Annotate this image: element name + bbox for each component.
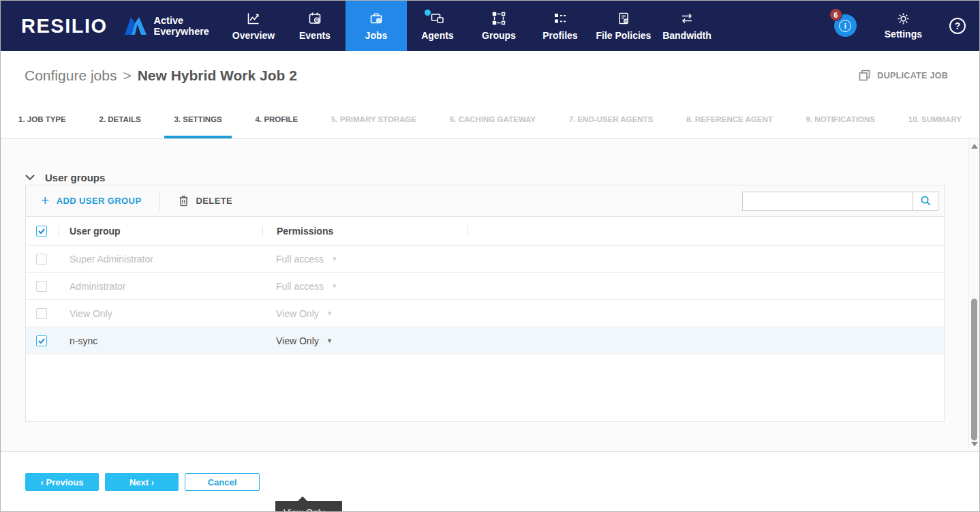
scroll-up-arrow-icon[interactable]	[971, 144, 978, 149]
tab-primary-storage: 5. PRIMARY STORAGE	[331, 100, 416, 138]
user-group-name: View Only	[59, 308, 262, 319]
row-checkbox[interactable]	[36, 254, 47, 265]
nav-item-events[interactable]: Events	[284, 1, 346, 51]
tab-summary: 10. SUMMARY	[908, 100, 962, 138]
nav-label: Agents	[421, 30, 453, 41]
chevron-down-icon	[25, 175, 35, 180]
top-navigation: RESILIO Active Everywhere Overv	[1, 1, 979, 51]
vertical-scrollbar[interactable]	[968, 139, 979, 451]
calendar-icon	[308, 12, 322, 25]
scroll-down-arrow-icon[interactable]	[971, 442, 978, 447]
tab-settings[interactable]: 3. SETTINGS	[174, 100, 221, 138]
tab-details[interactable]: 2. DETAILS	[99, 100, 141, 138]
list-grid-icon	[553, 12, 567, 25]
column-header-user-group[interactable]: User group	[59, 217, 262, 245]
add-user-group-button[interactable]: ADD USER GROUP	[41, 195, 141, 207]
breadcrumb-section[interactable]: Configure jobs	[25, 67, 117, 83]
notifications-button[interactable]: i 6	[834, 14, 857, 37]
select-all-checkbox[interactable]	[36, 226, 47, 237]
caret-down-icon	[333, 282, 337, 290]
column-divider	[262, 226, 263, 237]
briefcase-icon	[369, 12, 383, 25]
table-row-administrator[interactable]: Administrator Full access	[26, 273, 944, 300]
nav-item-profiles[interactable]: Profiles	[530, 1, 591, 51]
settings-label: Settings	[885, 29, 922, 40]
agents-status-dot	[425, 10, 431, 16]
menu-item-view-only[interactable]: View Only	[275, 501, 342, 512]
caret-down-icon	[333, 254, 337, 263]
wizard-tabs: 1. JOB TYPE 2. DETAILS 3. SETTINGS 4. PR…	[1, 100, 979, 139]
duplicate-job-button[interactable]: DUPLICATE JOB	[859, 70, 948, 81]
trash-icon	[179, 195, 189, 207]
section-title: User groups	[45, 172, 105, 183]
nav-item-file-policies[interactable]: File Policies	[591, 1, 656, 51]
previous-button[interactable]: ‹ Previous	[25, 473, 99, 491]
nav-item-bandwidth[interactable]: Bandwidth	[656, 1, 718, 51]
column-divider	[59, 226, 59, 237]
toolbar-divider	[159, 192, 160, 210]
tab-notifications: 9. NOTIFICATIONS	[806, 100, 875, 138]
file-gear-icon	[617, 12, 630, 25]
duplicate-icon	[859, 70, 870, 81]
nav-item-jobs[interactable]: Jobs	[346, 1, 407, 51]
user-group-name: Super Administrator	[59, 254, 262, 265]
column-divider	[468, 226, 468, 237]
search-button[interactable]	[913, 192, 938, 211]
resilio-logo[interactable]: RESILIO	[1, 15, 108, 37]
nav-label: Groups	[482, 30, 516, 41]
column-header-permissions[interactable]: Permissions	[262, 217, 468, 245]
settings-content: User groups ADD USER GROUP	[1, 139, 979, 451]
row-checkbox[interactable]	[36, 308, 47, 319]
search-icon	[920, 195, 932, 207]
row-checkbox[interactable]	[36, 281, 47, 292]
tab-job-type[interactable]: 1. JOB TYPE	[18, 100, 66, 138]
row-checkbox[interactable]	[36, 335, 47, 346]
gear-icon	[897, 12, 910, 25]
user-group-name: Administrator	[59, 281, 262, 292]
permission-select-open[interactable]: View Only	[262, 335, 468, 346]
nav-label: Bandwidth	[662, 30, 711, 41]
cancel-button[interactable]: Cancel	[185, 473, 260, 491]
plus-icon	[41, 195, 50, 207]
table-row-view-only[interactable]: View Only View Only	[26, 300, 944, 327]
help-button[interactable]: ?	[949, 18, 966, 34]
devices-icon	[431, 12, 444, 25]
user-groups-section-toggle[interactable]: User groups	[25, 139, 945, 185]
next-button[interactable]: Next ›	[105, 473, 179, 491]
product-name: Active Everywhere	[154, 15, 209, 37]
user-groups-toolbar: ADD USER GROUP DELETE	[26, 185, 944, 217]
top-right-controls: i 6 Settings ?	[834, 1, 979, 51]
permissions-dropdown-menu: View Only Run Edit & Run Full access	[275, 501, 342, 512]
duplicate-label: DUPLICATE JOB	[877, 71, 948, 80]
active-everywhere-logo[interactable]: Active Everywhere	[124, 1, 209, 51]
scrollbar-thumb[interactable]	[971, 299, 977, 440]
table-row-n-sync[interactable]: n-sync View Only	[26, 327, 944, 355]
nav-item-overview[interactable]: Overview	[223, 1, 284, 51]
notification-badge: 6	[829, 8, 842, 21]
search-input[interactable]	[742, 192, 913, 211]
nav-label: File Policies	[596, 30, 651, 41]
settings-button[interactable]: Settings	[885, 12, 922, 40]
tab-caching-gateway: 6. CACHING GATEWAY	[450, 100, 536, 138]
breadcrumb-separator-icon: >	[123, 67, 131, 83]
nav-label: Profiles	[542, 30, 577, 41]
tab-end-user-agents: 7. END-USER AGENTS	[569, 100, 654, 138]
nav-label: Jobs	[365, 30, 388, 41]
user-group-name: n-sync	[59, 335, 262, 346]
nav-item-groups[interactable]: Groups	[468, 1, 530, 51]
caret-down-icon	[328, 309, 332, 318]
selection-icon	[492, 12, 506, 25]
tab-profile[interactable]: 4. PROFILE	[256, 100, 298, 138]
table-empty-area	[26, 355, 944, 421]
delete-button[interactable]: DELETE	[179, 195, 232, 207]
user-groups-panel: ADD USER GROUP DELETE	[25, 185, 945, 422]
tab-reference-agent: 8. REFERENCE AGENT	[686, 100, 773, 138]
nav-item-agents[interactable]: Agents	[407, 1, 468, 51]
chart-icon	[247, 12, 260, 25]
nav-label: Events	[299, 30, 331, 41]
permission-select: Full access	[262, 281, 468, 292]
page-header: Configure jobs>New Hybrid Work Job 2 DUP…	[1, 51, 979, 100]
active-everywhere-mark-icon	[124, 16, 147, 36]
table-row-super-administrator[interactable]: Super Administrator Full access	[26, 245, 944, 273]
transfer-arrows-icon	[680, 12, 694, 25]
